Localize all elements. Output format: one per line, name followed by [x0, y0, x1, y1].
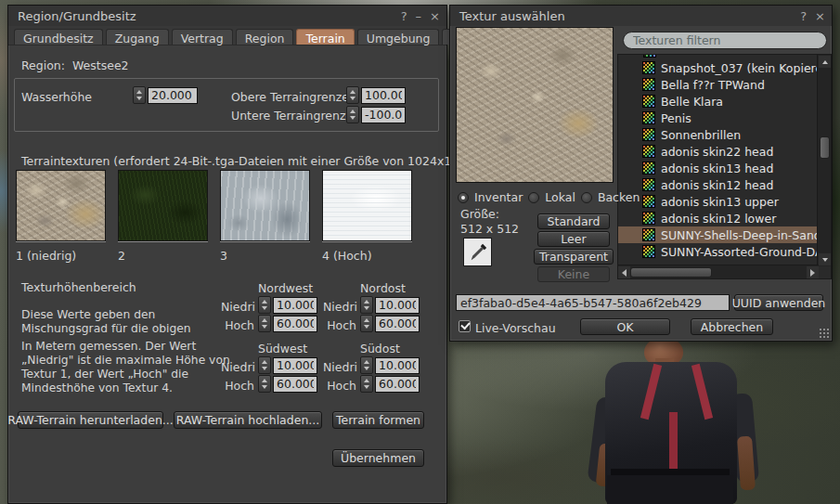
- spin-buttons[interactable]: [360, 375, 373, 393]
- corner-ne-low-input[interactable]: [375, 297, 420, 314]
- list-item[interactable]: Belle Klara: [618, 93, 819, 110]
- terrain-texture-3-label: 3: [220, 249, 227, 263]
- spin-buttons[interactable]: [258, 356, 271, 374]
- water-height-spin-buttons[interactable]: [133, 86, 146, 104]
- upper-terrain-input[interactable]: [361, 87, 406, 104]
- corner-sw-low-input[interactable]: [273, 357, 317, 374]
- spin-buttons[interactable]: [258, 315, 271, 332]
- tab-terrain[interactable]: Terrain: [296, 29, 354, 45]
- spin-down-icon: [262, 306, 267, 310]
- radio-inventar[interactable]: [458, 192, 469, 203]
- texture-picker-titlebar[interactable]: Textur auswählen ? ×: [450, 6, 832, 26]
- corner-ne-low-stepper: [360, 296, 420, 314]
- tab-vertrag[interactable]: Vertrag: [172, 29, 233, 45]
- texture-icon: [642, 78, 655, 91]
- spin-buttons[interactable]: [360, 356, 373, 374]
- list-item[interactable]: Penis: [618, 110, 819, 126]
- uuid-input[interactable]: [456, 294, 730, 311]
- water-height-input[interactable]: [148, 87, 198, 104]
- eyedropper-button[interactable]: [463, 238, 492, 266]
- height-range-help-2: In Metern gemessen. Der Wert „Niedrig" i…: [21, 340, 230, 395]
- list-item[interactable]: Bella f??r TPWand: [618, 76, 819, 93]
- raw-terrain-download-button[interactable]: RAW-Terrain herunterladen...: [18, 411, 163, 429]
- terrain-texture-1-swatch[interactable]: [16, 170, 106, 241]
- minimize-icon[interactable]: –: [416, 10, 422, 22]
- blank-button[interactable]: Leer: [537, 231, 610, 247]
- texture-picker-floater: Textur auswählen ? × Snapshot_037 (kein …: [449, 5, 833, 342]
- bake-terrain-button[interactable]: Terrain formen: [332, 411, 424, 429]
- corner-nw-high-input[interactable]: [273, 316, 317, 332]
- texture-icon: [642, 95, 655, 108]
- tab-zugang[interactable]: Zugang: [106, 29, 169, 45]
- apply-button[interactable]: Übernehmen: [332, 449, 424, 467]
- list-item[interactable]: Sonnenbrillen: [618, 126, 819, 143]
- vertical-scrollbar-thumb[interactable]: [820, 136, 830, 159]
- list-item-selected[interactable]: SUNNY-Shells-Deep-in-Sand: [618, 226, 819, 243]
- vertical-scrollbar[interactable]: [817, 55, 831, 266]
- ok-button[interactable]: OK: [580, 318, 670, 335]
- list-item-label: Penis: [661, 111, 691, 125]
- corner-sw-header: Südwest: [258, 342, 307, 355]
- radio-lokal[interactable]: [528, 192, 539, 203]
- terrain-texture-4-label: 4 (Hoch): [322, 249, 372, 263]
- resize-handle[interactable]: [819, 328, 830, 339]
- horizontal-scrollbar-thumb[interactable]: [630, 267, 712, 278]
- spin-down-icon: [262, 367, 267, 370]
- corner-sw-high-input[interactable]: [273, 376, 317, 393]
- horizontal-scrollbar[interactable]: [618, 265, 819, 278]
- list-item[interactable]: adonis skin22 head: [618, 143, 819, 160]
- tab-umgebung[interactable]: Umgebung: [357, 29, 440, 45]
- close-icon[interactable]: ×: [815, 10, 825, 22]
- list-item[interactable]: adonis skin13 head: [618, 160, 819, 176]
- cancel-button[interactable]: Abbrechen: [691, 318, 773, 335]
- eyedropper-icon: [468, 242, 488, 263]
- list-item[interactable]: SUNNY-Assorted-Ground-DARK: [618, 243, 819, 260]
- transparent-button[interactable]: Transparent: [534, 249, 614, 265]
- raw-terrain-upload-button[interactable]: RAW-Terrain hochladen...: [174, 411, 322, 429]
- avatar-pants: [607, 475, 733, 504]
- texture-filter-input[interactable]: [623, 32, 827, 49]
- scroll-left-icon[interactable]: [618, 266, 630, 278]
- corner-nw-low-input[interactable]: [273, 297, 317, 314]
- corner-se-low-input[interactable]: [375, 357, 420, 374]
- scroll-down-icon[interactable]: [819, 253, 831, 265]
- scroll-up-icon[interactable]: [819, 56, 831, 68]
- list-item-label: SUNNY-Assorted-Ground-DARK: [661, 245, 819, 259]
- lower-terrain-input[interactable]: [361, 107, 406, 123]
- list-item[interactable]: Snapshot_037 (kein Kopieren) (: [618, 59, 819, 76]
- corner-se-header: Südost: [360, 342, 400, 355]
- lower-terrain-spin-buttons[interactable]: [346, 106, 359, 123]
- corner-se-high-input[interactable]: [375, 376, 420, 393]
- radio-backen[interactable]: [581, 192, 592, 203]
- terrain-texture-4-swatch[interactable]: [322, 170, 412, 241]
- region-floater-titlebar[interactable]: Region/Grundbesitz ? – ×: [8, 6, 446, 26]
- spin-buttons[interactable]: [360, 296, 373, 314]
- scroll-right-icon[interactable]: [807, 266, 819, 278]
- apply-uuid-button[interactable]: UUID anwenden: [734, 294, 823, 311]
- live-preview-checkbox[interactable]: [459, 320, 471, 332]
- texture-icon: [642, 195, 655, 208]
- source-radio-group: Inventar Lokal Backen: [458, 190, 640, 204]
- tab-grundbesitz[interactable]: Grundbesitz: [14, 29, 103, 45]
- terrain-texture-3-swatch[interactable]: [220, 170, 310, 241]
- spin-buttons[interactable]: [360, 315, 373, 332]
- radio-backen-label: Backen: [598, 190, 640, 204]
- corner-sw-low-label: Niedri: [221, 360, 254, 374]
- spin-down-icon: [136, 97, 142, 100]
- spin-up-icon: [350, 90, 355, 94]
- corner-ne-high-input[interactable]: [375, 316, 420, 332]
- terrain-texture-2-swatch[interactable]: [118, 170, 208, 241]
- list-item[interactable]: adonis skin13 upper: [618, 193, 819, 210]
- tab-region[interactable]: Region: [236, 29, 294, 45]
- list-item[interactable]: adonis skin12 lower: [618, 210, 819, 226]
- help-icon[interactable]: ?: [800, 10, 807, 22]
- upper-terrain-spin-buttons[interactable]: [346, 86, 359, 104]
- spin-down-icon: [350, 116, 355, 120]
- spin-buttons[interactable]: [258, 296, 271, 314]
- list-item[interactable]: adonis skin12 head: [618, 176, 819, 193]
- list-item-label: adonis skin12 lower: [661, 212, 776, 226]
- spin-buttons[interactable]: [258, 375, 271, 393]
- help-icon[interactable]: ?: [401, 10, 407, 22]
- standard-button[interactable]: Standard: [537, 213, 610, 229]
- close-icon[interactable]: ×: [430, 10, 440, 22]
